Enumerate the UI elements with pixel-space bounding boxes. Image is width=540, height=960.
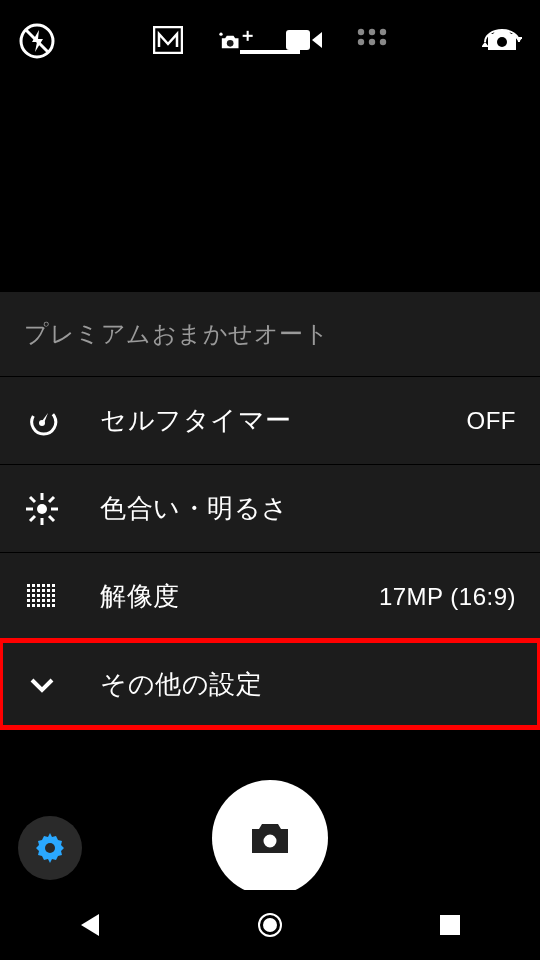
svg-point-5 — [227, 40, 234, 47]
svg-marker-18 — [482, 42, 489, 47]
svg-rect-59 — [52, 604, 55, 607]
svg-rect-31 — [32, 584, 35, 587]
row-label: セルフタイマー — [100, 403, 467, 438]
svg-rect-33 — [42, 584, 45, 587]
svg-rect-54 — [27, 604, 30, 607]
nav-recent-button[interactable] — [432, 907, 468, 943]
svg-point-10 — [358, 29, 364, 35]
svg-line-29 — [49, 497, 54, 502]
nav-home-button[interactable] — [252, 907, 288, 943]
svg-rect-48 — [27, 599, 30, 602]
svg-rect-46 — [47, 594, 50, 597]
svg-point-14 — [369, 39, 375, 45]
row-more-settings[interactable]: その他の設定 — [0, 640, 540, 728]
flash-off-icon — [18, 22, 56, 60]
mode-selector — [148, 26, 392, 54]
row-self-timer[interactable]: セルフタイマー OFF — [0, 376, 540, 464]
svg-rect-41 — [52, 589, 55, 592]
svg-rect-56 — [37, 604, 40, 607]
svg-rect-34 — [47, 584, 50, 587]
shutter-button[interactable] — [212, 780, 328, 896]
svg-rect-35 — [52, 584, 55, 587]
switch-camera-icon — [482, 22, 522, 58]
svg-point-15 — [380, 39, 386, 45]
svg-rect-32 — [37, 584, 40, 587]
row-color-brightness[interactable]: 色合い・明るさ — [0, 464, 540, 552]
svg-point-4 — [219, 33, 222, 36]
svg-marker-9 — [312, 32, 322, 48]
settings-button[interactable] — [18, 816, 82, 880]
svg-rect-58 — [47, 604, 50, 607]
brightness-icon — [24, 491, 60, 527]
svg-rect-43 — [32, 594, 35, 597]
android-nav-bar — [0, 890, 540, 960]
svg-rect-45 — [42, 594, 45, 597]
svg-point-16 — [497, 37, 507, 47]
row-value: OFF — [467, 407, 517, 435]
mode-underline — [240, 50, 300, 54]
camera-icon — [248, 819, 292, 857]
video-icon — [286, 28, 322, 52]
svg-rect-42 — [27, 594, 30, 597]
row-resolution[interactable]: 解像度 17MP (16:9) — [0, 552, 540, 640]
square-recent-icon — [439, 914, 461, 936]
timer-icon — [24, 403, 60, 439]
row-label: 色合い・明るさ — [100, 491, 516, 526]
svg-rect-49 — [32, 599, 35, 602]
mode-apps[interactable] — [352, 26, 392, 54]
row-label: 解像度 — [100, 579, 379, 614]
svg-line-26 — [30, 497, 35, 502]
row-value: 17MP (16:9) — [379, 583, 516, 611]
row-label: その他の設定 — [100, 667, 516, 702]
svg-rect-57 — [42, 604, 45, 607]
resolution-icon — [24, 579, 60, 615]
flash-toggle[interactable] — [18, 22, 56, 60]
settings-panel: プレミアムおまかせオート セルフタイマー OFF — [0, 292, 540, 728]
settings-panel-title: プレミアムおまかせオート — [0, 292, 540, 376]
svg-point-20 — [39, 420, 45, 426]
chevron-down-icon — [24, 667, 60, 703]
svg-rect-50 — [37, 599, 40, 602]
svg-rect-51 — [42, 599, 45, 602]
svg-rect-55 — [32, 604, 35, 607]
switch-camera-button[interactable] — [482, 22, 522, 58]
mode-manual[interactable] — [148, 26, 188, 54]
gear-icon — [32, 830, 68, 866]
svg-point-21 — [37, 504, 47, 514]
svg-rect-39 — [42, 589, 45, 592]
svg-point-60 — [45, 843, 55, 853]
svg-rect-47 — [52, 594, 55, 597]
svg-rect-40 — [47, 589, 50, 592]
bottom-controls — [0, 770, 540, 890]
svg-rect-36 — [27, 589, 30, 592]
svg-point-65 — [263, 918, 277, 932]
svg-rect-44 — [37, 594, 40, 597]
svg-rect-53 — [52, 599, 55, 602]
svg-line-27 — [49, 516, 54, 521]
svg-rect-8 — [286, 30, 310, 50]
apps-grid-icon — [357, 28, 387, 52]
svg-rect-52 — [47, 599, 50, 602]
svg-rect-38 — [37, 589, 40, 592]
svg-point-11 — [369, 29, 375, 35]
manual-mode-icon — [153, 26, 183, 54]
svg-point-13 — [358, 39, 364, 45]
svg-marker-17 — [515, 37, 522, 42]
svg-rect-66 — [440, 915, 460, 935]
svg-point-12 — [380, 29, 386, 35]
nav-back-button[interactable] — [72, 907, 108, 943]
svg-rect-30 — [27, 584, 30, 587]
triangle-back-icon — [77, 912, 103, 938]
top-toolbar — [0, 0, 540, 80]
circle-home-icon — [256, 911, 284, 939]
svg-rect-37 — [32, 589, 35, 592]
camera-app-screen: プレミアムおまかせオート セルフタイマー OFF — [0, 0, 540, 960]
svg-line-28 — [30, 516, 35, 521]
svg-marker-63 — [81, 914, 99, 936]
